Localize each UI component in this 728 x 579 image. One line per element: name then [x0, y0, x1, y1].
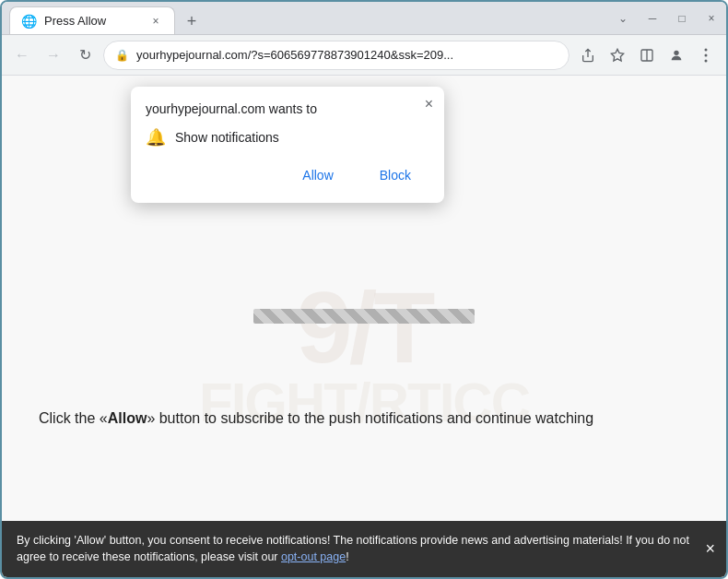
- popup-permission-row: 🔔 Show notifications: [146, 127, 429, 148]
- maximize-button[interactable]: □: [675, 12, 689, 25]
- page-content: 9/T FIGHT/RTICC Click the «Allow» button…: [2, 76, 726, 577]
- progress-container: [253, 309, 475, 324]
- opt-out-link[interactable]: opt-out page: [281, 550, 346, 563]
- allow-button[interactable]: Allow: [284, 162, 351, 188]
- banner-text-suffix: !: [346, 550, 348, 563]
- watermark-text: 9/T: [297, 268, 432, 385]
- url-bar[interactable]: 🔒 yourhypejournal.com/?s=606569778873901…: [103, 41, 569, 70]
- tab-title: Press Allow: [44, 14, 106, 28]
- page-text-suffix: » button to subscribe to the push notifi…: [147, 410, 593, 426]
- url-text: yourhypejournal.com/?s=60656977887390124…: [136, 48, 558, 62]
- tab-area: 🌐 Press Allow × +: [9, 2, 605, 34]
- split-view-button[interactable]: [634, 42, 660, 68]
- bookmark-button[interactable]: [605, 42, 630, 68]
- close-button[interactable]: ×: [704, 12, 719, 25]
- permission-text: Show notifications: [175, 130, 279, 145]
- back-button[interactable]: ←: [9, 42, 35, 68]
- forward-button[interactable]: →: [41, 42, 66, 68]
- popup-close-button[interactable]: ×: [425, 96, 433, 112]
- svg-point-4: [705, 48, 708, 51]
- tab-close-button[interactable]: ×: [148, 14, 163, 29]
- svg-point-3: [674, 50, 678, 54]
- bell-icon: 🔔: [146, 127, 166, 148]
- profile-button[interactable]: [663, 42, 689, 68]
- lock-icon: 🔒: [115, 49, 129, 62]
- banner-close-button[interactable]: ×: [705, 537, 715, 561]
- block-button[interactable]: Block: [361, 162, 429, 188]
- popup-title: yourhypejournal.com wants to: [146, 101, 429, 116]
- browser-window: 🌐 Press Allow × + ⌄ ─ □ × ← → ↻ 🔒 yourhy…: [0, 0, 728, 579]
- new-tab-button[interactable]: +: [179, 8, 205, 34]
- reload-button[interactable]: ↻: [72, 42, 98, 68]
- back-icon: ←: [15, 47, 29, 64]
- globe-icon: 🌐: [21, 14, 37, 29]
- page-text-prefix: Click the «: [39, 410, 108, 426]
- title-bar: 🌐 Press Allow × + ⌄ ─ □ ×: [2, 2, 726, 35]
- address-bar: ← → ↻ 🔒 yourhypejournal.com/?s=606569778…: [2, 35, 726, 76]
- toolbar-icons: [575, 42, 719, 68]
- reload-icon: ↻: [79, 46, 91, 64]
- page-text-allow: Allow: [108, 410, 147, 426]
- active-tab[interactable]: 🌐 Press Allow ×: [9, 6, 175, 34]
- svg-point-5: [705, 53, 708, 56]
- bottom-banner: By clicking 'Allow' button, you consent …: [2, 521, 726, 578]
- svg-marker-0: [611, 49, 623, 61]
- forward-icon: →: [46, 47, 61, 64]
- popup-buttons: Allow Block: [146, 162, 429, 188]
- progress-bar: [253, 309, 475, 324]
- banner-text: By clicking 'Allow' button, you consent …: [17, 534, 689, 564]
- menu-button[interactable]: [693, 42, 719, 68]
- minimize-button[interactable]: ─: [645, 12, 660, 25]
- share-button[interactable]: [575, 42, 601, 68]
- chevron-down-icon[interactable]: ⌄: [616, 12, 630, 25]
- page-main-text: Click the «Allow» button to subscribe to…: [39, 408, 689, 430]
- window-controls: ⌄ ─ □ ×: [616, 12, 719, 25]
- notification-popup: × yourhypejournal.com wants to 🔔 Show no…: [131, 87, 444, 203]
- svg-point-6: [705, 59, 708, 62]
